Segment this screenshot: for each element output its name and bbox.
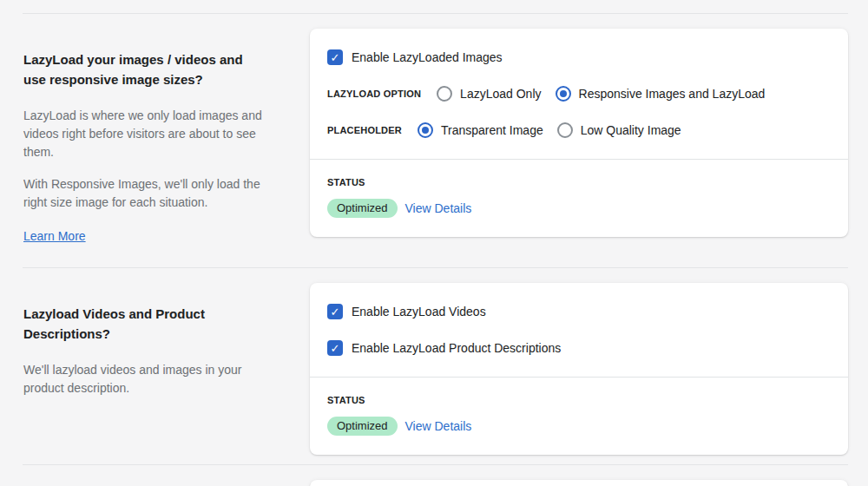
radio-button-icon[interactable] [437,86,452,102]
radio-label[interactable]: LazyLoad Only [460,87,541,101]
radio-label[interactable]: Transparent Image [441,123,543,137]
radio-option-transparent-image[interactable]: Transparent Image [418,122,543,138]
placeholder-field-label: PLACEHOLDER [327,125,402,135]
lazyload-option-field: LAZYLOAD OPTION LazyLoad Only Responsive… [327,86,831,102]
section-annotation [23,480,310,486]
checkbox-row-enable-lazyload-product-descriptions[interactable]: ✓ Enable LazyLoad Product Descriptions [327,340,831,356]
radio-label[interactable]: Low Quality Image [581,123,681,137]
section-description: With Responsive Images, we'll only load … [23,175,273,212]
radio-label[interactable]: Responsive Images and LazyLoad [579,87,766,101]
section-lazyload-images: LazyLoad your images / videos and use re… [0,14,868,267]
card-settings-area: ✓ Enable LazyLoaded Images LAZYLOAD OPTI… [310,29,848,159]
learn-more-link[interactable]: Learn More [23,229,86,243]
section-annotation: Lazyload Videos and Product Descriptions… [23,283,310,455]
checkbox-label[interactable]: Enable LazyLoaded Images [352,50,503,64]
status-row: Optimized View Details [327,199,831,218]
checkbox-row-enable-lazyload-videos[interactable]: ✓ Enable LazyLoad Videos [327,304,831,319]
view-details-link[interactable]: View Details [405,419,472,433]
section-description: We'll lazyload videos and images in your… [23,361,273,397]
checkbox-label[interactable]: Enable LazyLoad Videos [352,305,486,319]
enable-lazyload-product-descriptions-checkbox[interactable]: ✓ [327,340,343,356]
placeholder-field: PLACEHOLDER Transparent Image Low Qualit… [327,122,831,138]
radio-option-responsive-and-lazyload[interactable]: Responsive Images and LazyLoad [556,86,766,102]
enable-lazyloaded-images-checkbox[interactable]: ✓ [327,49,343,65]
checkmark-icon: ✓ [331,343,340,354]
section-lazyload-videos: Lazyload Videos and Product Descriptions… [0,268,868,464]
enable-lazyload-videos-checkbox[interactable]: ✓ [327,304,343,319]
radio-button-icon[interactable] [557,122,573,138]
card-settings-area: ✓ Enable LazyLoad Videos ✓ Enable LazyLo… [310,283,848,377]
status-section: STATUS Optimized View Details [310,377,848,455]
radio-option-lazyload-only[interactable]: LazyLoad Only [437,86,541,102]
status-badge: Optimized [327,417,398,436]
status-label: STATUS [327,177,831,187]
settings-card-partial [310,480,848,486]
lazyload-option-field-label: LAZYLOAD OPTION [327,89,421,99]
checkmark-icon: ✓ [331,52,340,63]
checkbox-label[interactable]: Enable LazyLoad Product Descriptions [352,341,561,355]
section-next-partial [0,465,868,486]
checkbox-row-enable-lazyloaded-images[interactable]: ✓ Enable LazyLoaded Images [327,49,831,65]
radio-button-selected-icon[interactable] [418,122,433,138]
radio-button-selected-icon[interactable] [556,86,571,102]
radio-option-low-quality-image[interactable]: Low Quality Image [557,122,681,138]
status-row: Optimized View Details [327,417,831,436]
status-section: STATUS Optimized View Details [310,159,848,237]
view-details-link[interactable]: View Details [405,201,472,215]
checkmark-icon: ✓ [331,306,340,318]
section-heading: LazyLoad your images / videos and use re… [23,49,266,89]
settings-card: ✓ Enable LazyLoad Videos ✓ Enable LazyLo… [310,283,848,455]
status-label: STATUS [327,395,831,405]
settings-card: ✓ Enable LazyLoaded Images LAZYLOAD OPTI… [310,29,848,237]
section-description: LazyLoad is where we only load images an… [23,107,273,161]
status-badge: Optimized [327,199,398,218]
section-heading: Lazyload Videos and Product Descriptions… [23,304,266,344]
section-annotation: LazyLoad your images / videos and use re… [23,29,310,244]
